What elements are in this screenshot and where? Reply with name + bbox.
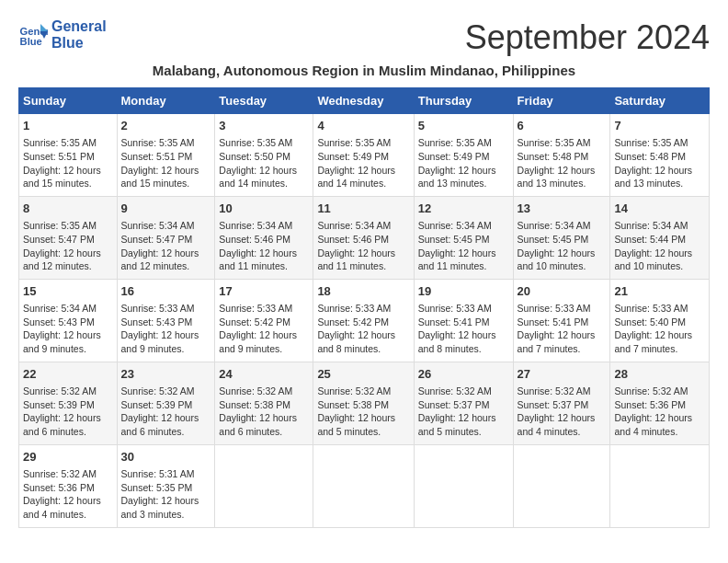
day-number: 24 (219, 366, 309, 383)
sunset: Sunset: 5:48 PM (518, 151, 589, 162)
calendar-cell: 10Sunrise: 5:34 AMSunset: 5:46 PMDayligh… (215, 196, 313, 279)
day-number: 17 (219, 283, 309, 300)
sunrise: Sunrise: 5:33 AM (418, 303, 492, 314)
daylight-label: Daylight: 12 hours and 9 minutes. (23, 329, 101, 354)
sunrise: Sunrise: 5:34 AM (518, 220, 591, 231)
sunset: Sunset: 5:37 PM (518, 399, 589, 410)
day-number: 2 (121, 118, 211, 134)
calendar-cell: 19Sunrise: 5:33 AMSunset: 5:41 PMDayligh… (414, 279, 513, 362)
sunrise: Sunrise: 5:34 AM (614, 220, 688, 231)
calendar-cell: 26Sunrise: 5:32 AMSunset: 5:37 PMDayligh… (414, 362, 513, 444)
sunrise: Sunrise: 5:35 AM (614, 137, 688, 148)
daylight-label: Daylight: 12 hours and 13 minutes. (614, 165, 692, 190)
day-number: 19 (418, 283, 509, 300)
sunset: Sunset: 5:47 PM (23, 234, 95, 245)
sunset: Sunset: 5:43 PM (23, 316, 95, 327)
daylight-label: Daylight: 12 hours and 15 minutes. (23, 165, 101, 190)
daylight-label: Daylight: 12 hours and 6 minutes. (23, 412, 101, 437)
day-number: 3 (219, 118, 309, 134)
sunset: Sunset: 5:46 PM (317, 234, 389, 245)
sunrise: Sunrise: 5:32 AM (614, 385, 688, 396)
calendar-cell: 28Sunrise: 5:32 AMSunset: 5:36 PMDayligh… (610, 362, 710, 444)
sunset: Sunset: 5:46 PM (219, 234, 290, 245)
day-number: 14 (614, 201, 705, 217)
calendar-cell: 8Sunrise: 5:35 AMSunset: 5:47 PMDaylight… (19, 196, 118, 279)
sunset: Sunset: 5:37 PM (418, 399, 490, 410)
day-number: 16 (121, 283, 211, 300)
day-number: 6 (518, 118, 607, 134)
weekday-header-saturday: Saturday (610, 88, 710, 114)
sunrise: Sunrise: 5:32 AM (317, 385, 391, 396)
day-number: 18 (317, 283, 409, 300)
daylight-label: Daylight: 12 hours and 12 minutes. (23, 247, 101, 272)
day-number: 1 (23, 118, 113, 134)
logo: General Blue General Blue (18, 18, 107, 52)
calendar-cell: 7Sunrise: 5:35 AMSunset: 5:48 PMDaylight… (610, 114, 710, 197)
calendar-cell: 16Sunrise: 5:33 AMSunset: 5:43 PMDayligh… (117, 279, 215, 362)
calendar-cell (215, 444, 313, 527)
calendar-cell: 9Sunrise: 5:34 AMSunset: 5:47 PMDaylight… (117, 196, 215, 279)
sunset: Sunset: 5:36 PM (23, 482, 95, 493)
sunrise: Sunrise: 5:33 AM (219, 303, 292, 314)
daylight-label: Daylight: 12 hours and 8 minutes. (418, 329, 496, 354)
calendar-cell: 25Sunrise: 5:32 AMSunset: 5:38 PMDayligh… (313, 362, 414, 444)
sunset: Sunset: 5:45 PM (518, 234, 589, 245)
sunset: Sunset: 5:51 PM (121, 151, 193, 162)
calendar-cell (414, 444, 513, 527)
daylight-label: Daylight: 12 hours and 5 minutes. (317, 412, 395, 437)
calendar-cell: 14Sunrise: 5:34 AMSunset: 5:44 PMDayligh… (610, 196, 710, 279)
daylight-label: Daylight: 12 hours and 9 minutes. (219, 329, 297, 354)
svg-text:Blue: Blue (20, 36, 42, 47)
sunrise: Sunrise: 5:34 AM (219, 220, 292, 231)
sunrise: Sunrise: 5:32 AM (121, 385, 195, 396)
weekday-header-sunday: Sunday (19, 88, 118, 114)
day-number: 5 (418, 118, 509, 134)
sunrise: Sunrise: 5:32 AM (219, 385, 292, 396)
sunset: Sunset: 5:45 PM (418, 234, 490, 245)
sunset: Sunset: 5:41 PM (518, 316, 589, 327)
daylight-label: Daylight: 12 hours and 5 minutes. (418, 412, 496, 437)
day-number: 10 (219, 201, 309, 217)
sunrise: Sunrise: 5:34 AM (418, 220, 492, 231)
daylight-label: Daylight: 12 hours and 9 minutes. (121, 329, 199, 354)
logo-icon: General Blue (18, 20, 48, 50)
calendar-cell: 6Sunrise: 5:35 AMSunset: 5:48 PMDaylight… (513, 114, 610, 197)
location-title: Malabang, Autonomous Region in Muslim Mi… (18, 63, 710, 78)
day-number: 11 (317, 201, 409, 217)
daylight-label: Daylight: 12 hours and 6 minutes. (219, 412, 297, 437)
calendar-cell: 3Sunrise: 5:35 AMSunset: 5:50 PMDaylight… (215, 114, 313, 197)
sunset: Sunset: 5:41 PM (418, 316, 490, 327)
sunrise: Sunrise: 5:35 AM (121, 137, 195, 148)
day-number: 27 (518, 366, 607, 383)
day-number: 9 (121, 201, 211, 217)
day-number: 15 (23, 283, 113, 300)
calendar-cell: 29Sunrise: 5:32 AMSunset: 5:36 PMDayligh… (19, 444, 118, 527)
day-number: 8 (23, 201, 113, 217)
calendar-cell: 2Sunrise: 5:35 AMSunset: 5:51 PMDaylight… (117, 114, 215, 197)
sunset: Sunset: 5:39 PM (121, 399, 193, 410)
sunrise: Sunrise: 5:35 AM (418, 137, 492, 148)
daylight-label: Daylight: 12 hours and 10 minutes. (614, 247, 692, 272)
daylight-label: Daylight: 12 hours and 7 minutes. (614, 329, 692, 354)
calendar-cell: 12Sunrise: 5:34 AMSunset: 5:45 PMDayligh… (414, 196, 513, 279)
sunrise: Sunrise: 5:32 AM (23, 385, 97, 396)
calendar-cell: 18Sunrise: 5:33 AMSunset: 5:42 PMDayligh… (313, 279, 414, 362)
day-number: 25 (317, 366, 409, 383)
daylight-label: Daylight: 12 hours and 8 minutes. (317, 329, 395, 354)
sunset: Sunset: 5:38 PM (219, 399, 290, 410)
calendar-cell: 13Sunrise: 5:34 AMSunset: 5:45 PMDayligh… (513, 196, 610, 279)
sunrise: Sunrise: 5:32 AM (23, 468, 97, 479)
calendar-cell: 5Sunrise: 5:35 AMSunset: 5:49 PMDaylight… (414, 114, 513, 197)
daylight-label: Daylight: 12 hours and 11 minutes. (219, 247, 297, 272)
sunset: Sunset: 5:38 PM (317, 399, 389, 410)
daylight-label: Daylight: 12 hours and 15 minutes. (121, 165, 199, 190)
sunset: Sunset: 5:48 PM (614, 151, 686, 162)
calendar-cell: 15Sunrise: 5:34 AMSunset: 5:43 PMDayligh… (19, 279, 118, 362)
daylight-label: Daylight: 12 hours and 14 minutes. (317, 165, 395, 190)
weekday-header-thursday: Thursday (414, 88, 513, 114)
day-number: 21 (614, 283, 705, 300)
daylight-label: Daylight: 12 hours and 14 minutes. (219, 165, 297, 190)
logo-line1: General (51, 18, 107, 35)
daylight-label: Daylight: 12 hours and 10 minutes. (518, 247, 596, 272)
day-number: 23 (121, 366, 211, 383)
